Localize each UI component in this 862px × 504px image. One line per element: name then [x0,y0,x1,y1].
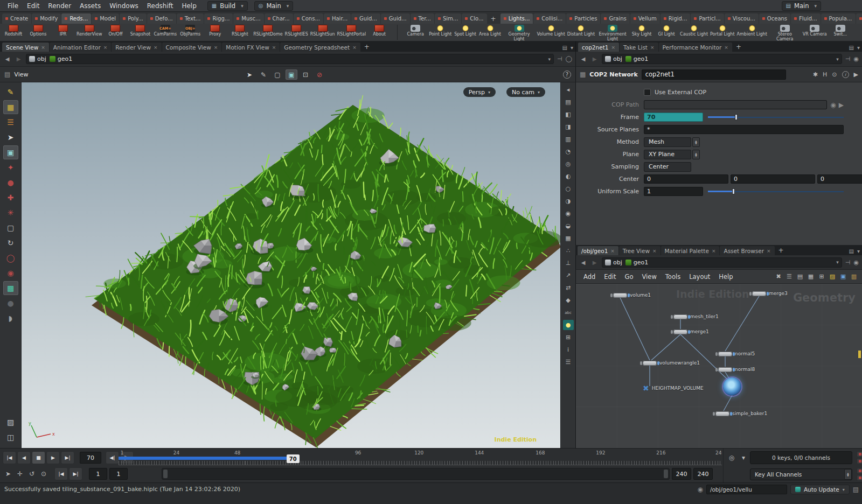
secure-selection-icon[interactable]: ▣ [3,145,18,159]
pin-pane-icon[interactable]: ⊣ [845,55,851,62]
pane-layout-icon[interactable]: ▤ [849,45,854,51]
path-node-chip[interactable]: geo1 [625,55,648,62]
shelf-tool[interactable]: Caustic Light [679,24,709,41]
forward-icon[interactable]: ▶ [590,260,599,265]
close-tab-icon[interactable]: × [272,45,276,50]
range-end-input[interactable] [672,468,691,480]
forward-icon[interactable]: ▶ [590,56,599,62]
scene-main-dropdown[interactable]: ◎ Main ▾ [254,1,294,11]
houdini-help-icon[interactable]: H [823,71,827,78]
pane-tab[interactable]: Render View× [112,43,161,52]
selected-node[interactable] [723,377,741,396]
shelf-tool[interactable]: Proxy [203,24,227,37]
rotate-handle-icon[interactable]: ↻ [3,236,18,250]
pane-menu-icon[interactable]: ▾ [857,45,860,51]
camera-list-icon[interactable]: ◎ [563,159,574,169]
select-contained-toggle-icon[interactable]: ⊡ [300,69,311,80]
source-planes-input[interactable] [644,125,844,134]
set-view-icon[interactable]: ◨ [563,122,574,132]
path-dropdown-icon[interactable]: ▾ [548,57,551,62]
pin-pane-icon[interactable]: ⊣ [845,259,851,266]
headlight-icon[interactable]: ○ [563,184,574,194]
ring-icon[interactable]: ◯ [3,251,18,265]
shelf-tab[interactable]: Viscou... [725,13,759,24]
auto-key-button[interactable] [857,451,862,457]
path-field[interactable]: obj geo1 ▾ [26,54,554,64]
current-node-path-field[interactable] [706,485,787,494]
close-tab-icon[interactable]: × [712,248,716,254]
add-pane-tab-button[interactable]: + [361,41,373,52]
net-list-icon[interactable]: ▤ [795,272,805,281]
shelf-tool[interactable]: RSLightPortal [336,24,367,37]
shelf-tool[interactable]: Point Light [428,24,453,41]
frame-slider[interactable] [708,113,844,122]
close-tab-icon[interactable]: × [154,45,158,50]
shelf-tab[interactable]: Cons... [294,13,323,24]
shelf-tool[interactable]: RSLightDome [252,24,283,37]
auto-update-dropdown[interactable]: Auto Update ▾ [790,485,850,494]
close-tab-icon[interactable]: × [652,248,657,254]
shelf-tool[interactable]: RSLightSun [309,24,336,37]
close-tab-icon[interactable]: × [724,45,728,50]
menu-item[interactable]: Windows [105,1,143,11]
jump-start-button[interactable]: |◀ [3,451,16,464]
pane-tab[interactable]: Geometry Spreadsheet× [280,43,360,52]
pane-tab[interactable]: cop2net1× [578,43,619,52]
shelf-tab[interactable]: Fluid... [791,13,821,24]
back-icon[interactable]: ◀ [579,260,587,265]
abc-display-icon[interactable]: abc [563,307,574,318]
pane-menu-icon[interactable]: ▾ [857,248,860,254]
shelf-tab[interactable]: Particles [566,13,600,24]
network-menu-item[interactable]: Add [579,271,600,282]
shelf-tab[interactable]: Modify [32,13,61,24]
close-tab-icon[interactable]: × [214,45,218,50]
pin-pane-icon[interactable]: ⊣ [557,55,562,62]
open-chooser-icon[interactable]: ▶ [839,101,844,109]
path-dropdown-icon[interactable]: ▾ [836,260,839,265]
network-menu-item[interactable]: View [638,271,661,282]
collapse-strip-icon[interactable]: ◂ [563,85,574,95]
network-menu-item[interactable]: Edit [600,271,620,282]
shelf-tab[interactable]: Defo... [147,13,176,24]
sculpt-icon[interactable]: ▦ [3,100,18,114]
chevron-down-icon[interactable]: ▾ [740,452,747,463]
points-icon[interactable]: ∴ [563,246,574,256]
brush-icon[interactable]: ✎ [3,85,18,99]
net-tools-icon[interactable]: ✖ [774,272,783,281]
link-pane-icon[interactable]: ◯ [566,55,572,62]
pane-tab[interactable]: Take List× [620,43,658,52]
node-chooser-icon[interactable]: ◉ [830,101,836,109]
cook-mode-icon[interactable]: ◉ [697,486,703,493]
shelf-tool[interactable]: Swit... [828,24,853,41]
shelf-tool[interactable]: Redshift [1,24,26,37]
close-tab-icon[interactable]: × [352,45,357,50]
pane-menu-icon[interactable]: ▾ [571,45,573,51]
shelf-tab[interactable]: Poly... [120,13,147,24]
snapshot-icon[interactable]: ◔ [563,146,574,157]
pane-icon[interactable]: ▤ [4,71,10,78]
shelf-tool[interactable]: VR Camera [802,24,828,41]
pane-tab[interactable]: Motion FX View× [222,43,280,52]
shelf-tab[interactable]: Oceans [759,13,790,24]
shadows-icon[interactable]: ◑ [563,196,574,206]
vectors-icon[interactable]: ↗ [563,270,574,281]
link-pane-icon[interactable]: ◉ [853,55,859,62]
shelf-tool[interactable]: Environment Light [596,24,629,41]
muscle-icon[interactable]: ● [3,176,18,190]
shelf-tool[interactable]: Spot Light [453,24,478,41]
key-all-spinner[interactable]: ▲▼ [844,469,852,480]
shelf-tab[interactable]: Reds... [61,13,91,24]
playbar-menu-icon[interactable]: ➤ [3,468,13,479]
remove-key-button[interactable] [857,475,862,481]
shelf-tab[interactable]: Vellum [630,13,660,24]
center-y-input[interactable] [731,174,815,184]
lighting-icon[interactable]: ◐ [563,171,574,181]
method-spinner[interactable]: ▲▼ [692,137,700,147]
shelf-tab[interactable]: Text... [177,13,204,24]
center-x-input[interactable] [644,174,728,184]
ruler-icon[interactable]: ⇄ [563,283,574,293]
node-normal8[interactable]: normal8 [718,367,755,372]
playhead[interactable]: 70 [287,454,300,463]
uniform-scale-slider[interactable] [708,187,844,196]
info-icon[interactable]: i [563,345,574,355]
